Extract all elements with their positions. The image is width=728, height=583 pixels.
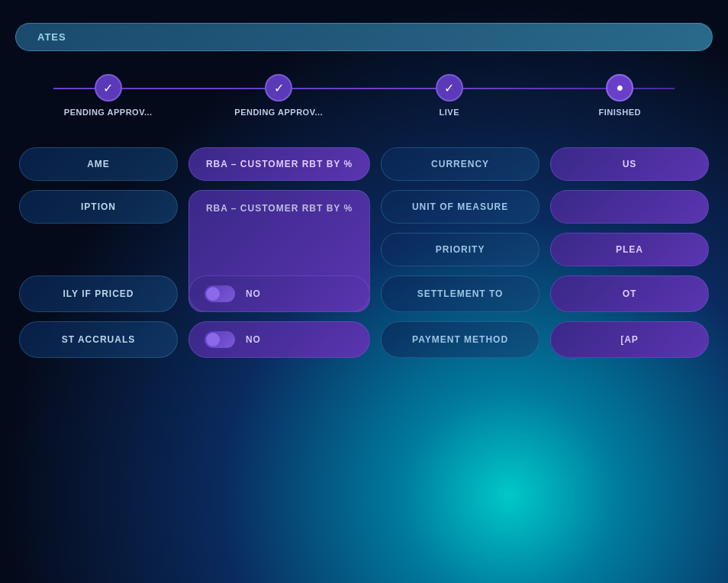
toggle-only-if-priced[interactable]: NO [188,275,370,312]
step-1-label: PENDING APPROV... [64,108,153,117]
step-2-circle: ✓ [265,74,292,101]
toggle-only-if-priced-toggle[interactable] [205,285,235,302]
field-settlement-value[interactable]: OT [550,275,709,312]
field-name-value[interactable]: RBA – CUSTOMER RBT BY % [188,147,370,181]
field-currency-value[interactable]: US [550,147,709,181]
step-2[interactable]: ✓ PENDING APPROV... [194,74,365,117]
top-pill-label: ATES [37,31,66,43]
field-payment-label: PAYMENT METHOD [381,321,540,358]
main-grid: AME RBA – CUSTOMER RBT BY % CURRENCY US … [15,147,713,358]
field-payment-value[interactable]: [AP [550,321,709,358]
toggle-only-if-priced-knob [206,287,220,301]
field-only-if-priced-label: ILY IF PRICED [19,275,178,312]
step-3-circle: ✓ [436,74,463,101]
progress-bar: ✓ PENDING APPROV... ✓ PENDING APPROV... … [15,74,713,117]
progress-steps: ✓ PENDING APPROV... ✓ PENDING APPROV... … [23,74,705,117]
step-4-label: FINISHED [599,108,641,117]
step-4-circle: ● [606,74,633,101]
field-accruals-label: ST ACCRUALS [19,321,178,358]
field-unit-value[interactable] [550,190,709,224]
toggle-accruals[interactable]: NO [188,321,370,358]
field-currency-label: CURRENCY [381,147,540,181]
top-pill-button[interactable]: ATES [15,23,713,51]
toggle-only-if-priced-label: NO [246,288,261,299]
step-3[interactable]: ✓ LIVE [364,74,535,117]
toggle-accruals-toggle[interactable] [205,331,235,348]
field-priority-label: PRIORITY [381,233,540,266]
field-settlement-label: SETTLEMENT TO [381,275,540,312]
field-unit-label: UNIT OF MEASURE [381,190,540,224]
step-2-label: PENDING APPROV... [234,108,323,117]
field-description-label: IPTION [19,190,178,224]
step-4[interactable]: ● FINISHED [535,74,706,117]
step-1-circle: ✓ [95,74,122,101]
field-name-label: AME [19,147,178,181]
step-1[interactable]: ✓ PENDING APPROV... [23,74,194,117]
toggle-accruals-knob [206,333,220,346]
step-3-label: LIVE [440,108,459,117]
field-priority-value[interactable]: PLEA [550,233,709,266]
toggle-accruals-label: NO [246,334,261,345]
